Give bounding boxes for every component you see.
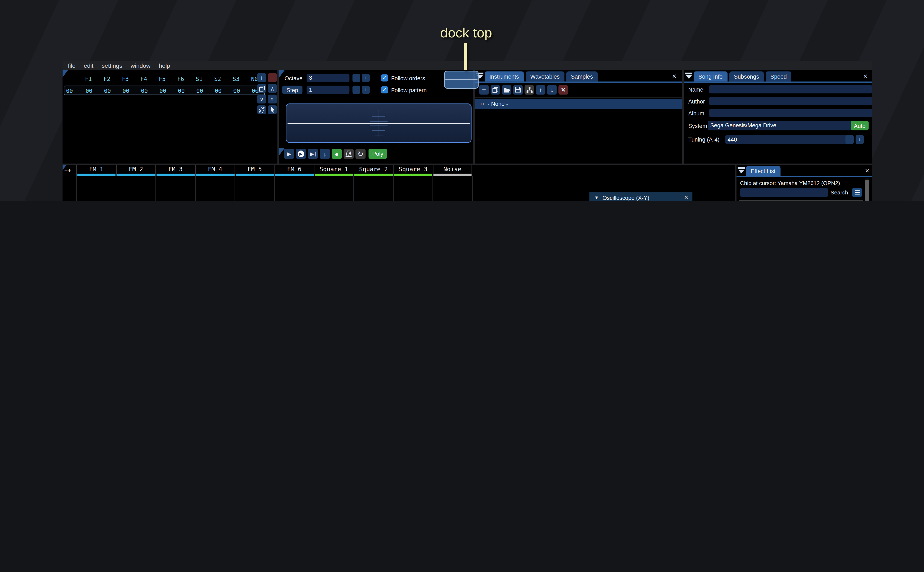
order-add-button[interactable]: + xyxy=(257,73,266,82)
menu-item[interactable]: file xyxy=(68,62,75,69)
octave-plus-button[interactable]: + xyxy=(362,74,370,82)
order-row-index: 00 xyxy=(64,87,80,94)
instrument-move-up-button[interactable]: ↑ xyxy=(536,85,545,95)
instrument-delete-button[interactable]: × xyxy=(558,85,568,95)
scrollbar-thumb[interactable] xyxy=(865,180,869,201)
floppy-save-icon xyxy=(515,87,521,93)
channel-header[interactable]: FM 6 xyxy=(274,165,314,176)
follow-orders-checkbox[interactable]: ✓ xyxy=(381,75,388,82)
menu-item[interactable]: window xyxy=(131,62,150,69)
name-input[interactable] xyxy=(709,85,872,93)
effect-list-scrollbar[interactable] xyxy=(865,178,869,201)
channel-header[interactable]: Noise xyxy=(433,165,472,176)
orders-selected-row[interactable]: 00 00000000000000000000 xyxy=(64,86,265,95)
menu-item[interactable]: settings xyxy=(102,62,122,69)
instrument-save-button[interactable] xyxy=(513,85,523,95)
poly-button[interactable]: Poly xyxy=(368,149,387,159)
order-cell[interactable]: 00 xyxy=(227,87,246,94)
channel-header[interactable]: FM 2 xyxy=(116,165,155,176)
order-move-down-button[interactable]: ∨ xyxy=(257,95,266,104)
dock-top-line xyxy=(464,43,467,70)
instrument-move-down-button[interactable]: ↓ xyxy=(547,85,557,95)
channel-separators xyxy=(76,176,473,201)
tuning-minus-button[interactable]: - xyxy=(845,135,854,144)
menu-item[interactable]: edit xyxy=(84,62,93,69)
repeat-pattern-button[interactable]: ↻ xyxy=(355,149,366,159)
orders-column-label: F1 xyxy=(79,76,98,82)
order-cell[interactable]: 00 xyxy=(191,87,209,94)
play-pattern-button[interactable]: ▶ xyxy=(296,149,306,159)
metronome-button[interactable] xyxy=(344,149,354,159)
tab[interactable]: Instruments xyxy=(485,71,524,81)
tab[interactable]: Song Info xyxy=(693,71,727,81)
menu-item[interactable]: help xyxy=(159,62,170,69)
dock-wedge-icon xyxy=(279,148,285,155)
tab-underline xyxy=(737,176,872,177)
step-input[interactable]: 1 xyxy=(307,86,349,94)
play-row-button[interactable]: ▶ xyxy=(308,149,318,159)
tab[interactable]: Subsongs xyxy=(729,71,764,81)
step-minus-button[interactable]: - xyxy=(352,86,360,94)
channel-color-bar xyxy=(77,174,115,176)
instrument-list-item[interactable]: ○ - None - xyxy=(475,99,682,109)
oscilloscope-title-bar[interactable]: ▼ Oscilloscope (X-Y) × xyxy=(589,192,692,201)
instrument-tree-view-button[interactable] xyxy=(525,85,534,95)
effect-list-menu-button[interactable] xyxy=(852,188,862,197)
record-button[interactable]: ● xyxy=(332,149,342,159)
close-icon[interactable]: × xyxy=(863,73,868,80)
octave-input[interactable]: 3 xyxy=(307,74,349,82)
tab[interactable]: Samples xyxy=(566,71,598,81)
close-icon[interactable]: × xyxy=(672,73,676,80)
order-select-mode-button[interactable] xyxy=(268,106,277,114)
panel-menu-funnel-icon[interactable] xyxy=(737,167,745,174)
step-one-row-button[interactable]: ↓ xyxy=(320,149,330,159)
dock-top-button[interactable] xyxy=(444,71,479,89)
instrument-open-button[interactable] xyxy=(502,85,512,95)
order-cell[interactable]: 00 xyxy=(135,87,154,94)
pattern-expand-button[interactable]: ++ xyxy=(64,166,71,173)
oscilloscope-xy-window[interactable]: ▼ Oscilloscope (X-Y) × xyxy=(589,192,692,201)
tab-effect-list[interactable]: Effect List xyxy=(746,166,780,176)
order-cell[interactable]: 00 xyxy=(172,87,190,94)
order-jump-down-button[interactable]: » xyxy=(268,95,277,104)
metronome-icon xyxy=(345,151,352,157)
panel-menu-funnel-icon[interactable] xyxy=(685,73,692,79)
instrument-add-button[interactable]: + xyxy=(479,85,489,95)
order-remove-button[interactable]: − xyxy=(268,73,277,82)
channel-header[interactable]: Square 3 xyxy=(393,165,433,176)
follow-pattern-checkbox[interactable]: ✓ xyxy=(381,86,388,93)
radio-icon[interactable]: ○ xyxy=(480,101,484,107)
song-info-tab-bar: Song InfoSubsongsSpeed xyxy=(693,70,872,83)
order-cell[interactable]: 00 xyxy=(80,87,98,94)
channel-header[interactable]: FM 1 xyxy=(76,165,116,176)
close-icon[interactable]: × xyxy=(865,167,869,174)
channel-header[interactable]: FM 4 xyxy=(195,165,235,176)
instrument-duplicate-button[interactable] xyxy=(491,85,500,95)
step-plus-button[interactable]: + xyxy=(362,86,370,94)
order-move-up-button[interactable]: ∧ xyxy=(268,84,277,93)
octave-minus-button[interactable]: - xyxy=(352,74,360,82)
order-deep-clone-button[interactable] xyxy=(257,106,266,114)
play-button[interactable]: ▶ xyxy=(284,149,294,159)
system-auto-button[interactable]: Auto xyxy=(851,121,869,131)
system-input[interactable]: Sega Genesis/Mega Drive xyxy=(708,121,852,131)
tab[interactable]: Speed xyxy=(766,71,792,81)
order-cell[interactable]: 00 xyxy=(98,87,117,94)
order-cell[interactable]: 00 xyxy=(154,87,172,94)
order-cell[interactable]: 00 xyxy=(209,87,227,94)
collapse-icon[interactable]: ▼ xyxy=(594,195,599,200)
album-input[interactable] xyxy=(709,109,872,117)
order-cell[interactable]: 00 xyxy=(117,87,135,94)
close-icon[interactable]: × xyxy=(684,194,688,201)
tab[interactable]: Wavetables xyxy=(525,71,564,81)
channel-header[interactable]: Square 1 xyxy=(314,165,354,176)
order-duplicate-button[interactable] xyxy=(257,84,266,93)
tuning-plus-button[interactable]: + xyxy=(855,135,864,144)
author-input[interactable] xyxy=(709,97,872,106)
channel-header[interactable]: FM 3 xyxy=(156,165,195,176)
orders-column-label: S1 xyxy=(190,76,209,82)
channel-header[interactable]: FM 5 xyxy=(235,165,274,176)
channel-header[interactable]: Square 2 xyxy=(354,165,393,176)
tuning-input[interactable]: 440 xyxy=(725,135,846,144)
effect-search-input[interactable] xyxy=(740,188,828,197)
